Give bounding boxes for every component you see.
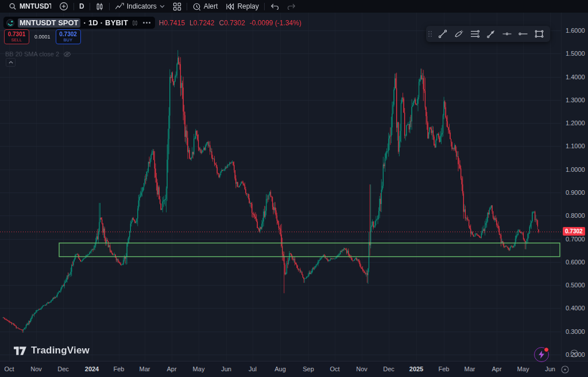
- price-tick-label: 1.1000: [566, 143, 585, 149]
- horizontal-ray-tool-button[interactable]: [516, 27, 530, 41]
- time-tick-label: Oct: [4, 366, 14, 372]
- candles-icon: [95, 2, 104, 11]
- layout-grid-button[interactable]: [169, 0, 185, 13]
- price-tick-label: 1.3000: [566, 97, 585, 103]
- chart-pane[interactable]: [0, 13, 562, 361]
- indicator-legend-row[interactable]: BB 20 SMA close 2: [5, 51, 71, 57]
- time-tick-label: May: [517, 366, 529, 372]
- ohlc-close: 0.7302: [224, 19, 245, 27]
- price-tick-label: 0.9000: [566, 189, 585, 196]
- price-tick-label: 0.4000: [566, 305, 585, 311]
- tradingview-app: { "toolbar": { "symbol": "MNTUSDT", "int…: [0, 0, 588, 377]
- time-tick-label: May: [193, 366, 205, 372]
- tradingview-glyph-icon: [14, 347, 26, 355]
- buy-price: 0.7302: [59, 32, 77, 37]
- eye-hidden-icon[interactable]: [63, 51, 71, 57]
- indicators-label: Indicators: [127, 2, 157, 10]
- current-price-label: 0.7302: [563, 227, 585, 236]
- interval-label: D: [79, 2, 84, 10]
- chevron-up-icon: [9, 61, 13, 64]
- replay-icon: [226, 3, 234, 10]
- time-tick-label: Feb: [114, 366, 125, 372]
- price-tick-label: 0.3000: [566, 328, 585, 335]
- rectangle-tool-button[interactable]: [532, 27, 546, 41]
- price-tick-label: 1.5000: [566, 50, 585, 57]
- mini-candles-icon: [131, 20, 138, 26]
- alert-button[interactable]: Alert: [188, 0, 222, 13]
- time-tick-label: 2024: [85, 366, 99, 372]
- brush-tool-button[interactable]: [452, 27, 466, 41]
- trend-line-tool-button[interactable]: [436, 27, 450, 41]
- redo-icon: [287, 3, 296, 10]
- symbol-search-button[interactable]: MNTUSDT: [5, 0, 55, 13]
- undo-button[interactable]: [266, 0, 283, 13]
- time-tick-label: Jun: [545, 366, 555, 372]
- price-tick-label: 1.6000: [566, 27, 585, 34]
- fib-retracement-icon: [470, 29, 480, 39]
- tradingview-brand-text: TradingView: [31, 345, 90, 356]
- replay-button[interactable]: Replay: [222, 0, 262, 13]
- ray-line-tool-button[interactable]: [484, 27, 498, 41]
- toolbar-separator: [187, 3, 187, 10]
- sell-button[interactable]: 0.7301 SELL: [4, 29, 29, 44]
- symbol-search-label: MNTUSDT: [20, 2, 51, 10]
- time-tick-label: Jun: [221, 366, 231, 372]
- time-tick-label: Mar: [140, 366, 150, 372]
- ohlc-close-label: C: [219, 19, 224, 27]
- toolbar-separator: [74, 3, 74, 10]
- time-tick-label: Nov: [30, 366, 42, 372]
- toolbar-separator: [109, 3, 110, 10]
- toolbar-separator: [90, 3, 90, 10]
- collapse-legend-button[interactable]: [6, 58, 16, 67]
- trend-line-icon: [438, 29, 448, 39]
- ohlc-change: -0.0099 (-1.34%): [250, 19, 301, 27]
- horizontal-line-tool-button[interactable]: [500, 27, 514, 41]
- ohlc-readout: 0.7401 H0.7415 L0.7242 C0.7302 -0.0099 (…: [133, 19, 301, 27]
- time-tick-label: Oct: [330, 366, 339, 372]
- symbol-header-pill[interactable]: MNTUSDT SPOT · 1D · BYBIT: [3, 17, 155, 29]
- time-tick-label: 2025: [409, 366, 423, 372]
- alert-label: Alert: [204, 2, 218, 10]
- redo-button[interactable]: [283, 0, 300, 13]
- ray-line-icon: [486, 29, 496, 39]
- ohlc-high: 0.7415: [164, 19, 185, 27]
- timezone-icon[interactable]: [560, 365, 570, 374]
- more-options-icon[interactable]: [143, 22, 150, 24]
- indicators-button[interactable]: Indicators: [111, 0, 169, 13]
- tradingview-logo[interactable]: TradingView: [14, 345, 90, 356]
- price-tick-label: 1.2000: [566, 120, 585, 126]
- price-axis[interactable]: 1.60001.50001.40001.30001.20001.10001.00…: [561, 13, 588, 361]
- price-tick-label: 0.8000: [566, 212, 585, 219]
- time-tick-label: Dec: [57, 366, 69, 372]
- ohlc-low: 0.7242: [194, 19, 215, 27]
- replay-label: Replay: [237, 2, 258, 10]
- interval-button[interactable]: D: [75, 0, 88, 13]
- time-tick-label: Dec: [383, 366, 394, 372]
- horizontal-line-icon: [502, 29, 512, 39]
- price-tick-label: 0.5000: [566, 282, 585, 288]
- drag-handle[interactable]: [428, 31, 432, 37]
- ohlc-low-label: L: [189, 19, 194, 27]
- drawing-toolbar: [426, 26, 550, 42]
- fib-retracement-tool-button[interactable]: [468, 27, 482, 41]
- buy-button[interactable]: 0.7302 BUY: [56, 29, 81, 44]
- time-tick-label: Sep: [303, 366, 314, 372]
- time-axis[interactable]: OctNovDec2024FebMarAprMayJunJulAugSepOct…: [0, 361, 588, 377]
- lightning-bolt-icon: [538, 351, 545, 359]
- time-tick-label: Apr: [167, 366, 176, 372]
- symbol-title: MNTUSDT SPOT: [18, 18, 80, 28]
- trade-widget: 0.7301 SELL 0.0001 0.7302 BUY: [4, 29, 81, 44]
- undo-icon: [270, 3, 279, 10]
- compare-add-button[interactable]: [55, 0, 72, 13]
- brush-icon: [454, 29, 464, 39]
- search-icon: [9, 2, 17, 10]
- flash-feature-button[interactable]: [534, 347, 549, 362]
- sell-price: 0.7301: [8, 32, 26, 37]
- chart-style-button[interactable]: [91, 0, 108, 13]
- symbol-meta: · 1D · BYBIT: [84, 18, 129, 27]
- toolbar-separator: [264, 3, 265, 10]
- notification-dot: [544, 347, 549, 352]
- price-tick-label: 0.2000: [566, 351, 585, 358]
- candlestick-chart[interactable]: [0, 13, 562, 361]
- price-tick-label: 1.4000: [566, 74, 585, 80]
